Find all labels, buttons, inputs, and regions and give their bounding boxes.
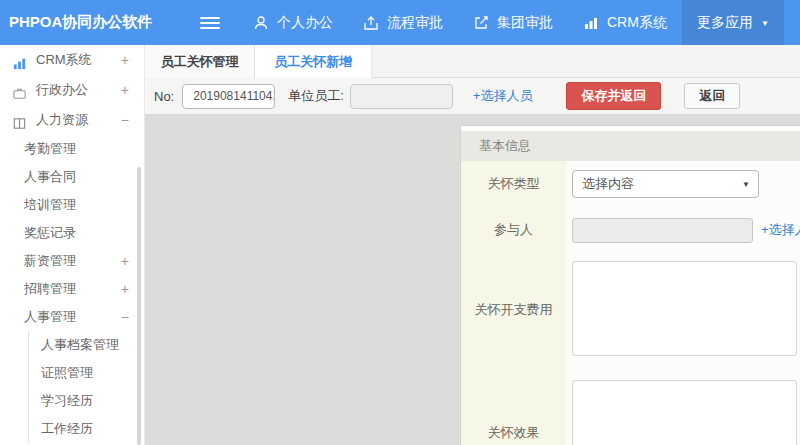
employee-label: 单位员工: bbox=[288, 87, 344, 105]
sidebar-item-crm[interactable]: CRM系统 + bbox=[0, 45, 144, 75]
select-person-link[interactable]: +选择人员 bbox=[473, 87, 533, 105]
participants-label: 参与人 bbox=[461, 207, 566, 253]
sidebar-item-salary[interactable]: 薪资管理 + bbox=[0, 247, 144, 275]
top-nav: 个人办公 流程审批 集团审批 CRM系统 更多应用 ▼ bbox=[238, 0, 784, 45]
care-type-select[interactable]: 选择内容 ▼ bbox=[572, 170, 759, 198]
nav-label: 更多应用 bbox=[697, 14, 753, 32]
nav-item-group-approval[interactable]: 集团审批 bbox=[458, 0, 568, 45]
no-label: No: bbox=[154, 89, 174, 104]
tab-employee-care-new[interactable]: 员工关怀新增 bbox=[255, 45, 372, 79]
nav-item-more-apps[interactable]: 更多应用 ▼ bbox=[682, 0, 784, 45]
expand-icon[interactable]: + bbox=[121, 75, 129, 105]
nav-label: 流程审批 bbox=[387, 14, 443, 32]
nav-label: 集团审批 bbox=[497, 14, 553, 32]
form-row-participants: 参与人 +选择人员 bbox=[461, 207, 800, 253]
user-icon bbox=[253, 15, 269, 31]
nav-label: CRM系统 bbox=[607, 14, 667, 32]
sidebar-item-admin-office[interactable]: 行政办公 + bbox=[0, 75, 144, 105]
care-expense-label: 关怀开支费用 bbox=[461, 253, 566, 368]
sidebar-item-rewards[interactable]: 奖惩记录 bbox=[0, 219, 144, 247]
sidebar-item-study-history[interactable]: 学习经历 bbox=[28, 387, 144, 415]
sidebar-item-certificates[interactable]: 证照管理 bbox=[28, 359, 144, 387]
sidebar-item-personnel[interactable]: 人事管理 − bbox=[0, 303, 144, 331]
tab-bar: 员工关怀管理 员工关怀新增 bbox=[145, 45, 800, 78]
caret-down-icon: ▼ bbox=[742, 171, 750, 199]
care-expense-textarea[interactable] bbox=[572, 261, 797, 356]
tab-employee-care-manage[interactable]: 员工关怀管理 bbox=[145, 45, 255, 78]
sidebar-item-work-history[interactable]: 工作经历 bbox=[28, 415, 144, 443]
nav-item-crm[interactable]: CRM系统 bbox=[568, 0, 682, 45]
return-button[interactable]: 返回 bbox=[684, 83, 740, 109]
select-value: 选择内容 bbox=[582, 176, 634, 191]
form-panel: 基本信息 关怀类型 选择内容 ▼ 参与人 +选 bbox=[460, 125, 800, 445]
expand-icon[interactable]: + bbox=[121, 275, 129, 303]
sidebar-item-attendance[interactable]: 考勤管理 bbox=[0, 135, 144, 163]
employee-input[interactable] bbox=[350, 84, 453, 109]
hamburger-menu-icon[interactable] bbox=[200, 14, 220, 32]
collapse-icon[interactable]: − bbox=[121, 105, 129, 135]
sidebar-scrollbar[interactable] bbox=[137, 167, 141, 445]
form-row-care-type: 关怀类型 选择内容 ▼ bbox=[461, 161, 800, 207]
nav-item-personal-office[interactable]: 个人办公 bbox=[238, 0, 348, 45]
sidebar-item-recruitment[interactable]: 招聘管理 + bbox=[0, 275, 144, 303]
edit-approve-icon bbox=[473, 15, 489, 31]
nav-item-flow-approval[interactable]: 流程审批 bbox=[348, 0, 458, 45]
content-area: 基本信息 关怀类型 选择内容 ▼ 参与人 +选 bbox=[145, 115, 800, 445]
nav-label: 个人办公 bbox=[277, 14, 333, 32]
care-effect-textarea[interactable] bbox=[572, 380, 797, 445]
participants-input[interactable] bbox=[572, 218, 753, 243]
main-area: 员工关怀管理 员工关怀新增 No: 单位员工: +选择人员 保存并返回 返回 基… bbox=[145, 45, 800, 445]
top-header: PHPOA协同办公软件 个人办公 流程审批 集团审批 CRM系统 更多应用 ▼ bbox=[0, 0, 800, 45]
sidebar-item-personnel-files[interactable]: 人事档案管理 bbox=[28, 331, 144, 359]
select-participants-link[interactable]: +选择人员 bbox=[761, 221, 800, 239]
app-window: { "header": { "logo": "PHPOA协同办公软件", "na… bbox=[0, 0, 800, 445]
bar-chart-icon bbox=[583, 15, 599, 31]
sidebar-menu: CRM系统 + 行政办公 + 人力资源 − 考勤管理 人事合同 培训管理 奖惩记… bbox=[0, 45, 145, 445]
no-input[interactable] bbox=[182, 84, 275, 109]
sidebar-item-hr-contract[interactable]: 人事合同 bbox=[0, 163, 144, 191]
caret-down-icon: ▼ bbox=[761, 20, 769, 28]
form-toolbar: No: 单位员工: +选择人员 保存并返回 返回 bbox=[145, 78, 800, 115]
flow-approve-icon bbox=[363, 15, 379, 31]
form-body: 关怀类型 选择内容 ▼ 参与人 +选择人员 bbox=[461, 161, 800, 445]
section-title: 基本信息 bbox=[461, 131, 800, 161]
save-and-return-button[interactable]: 保存并返回 bbox=[566, 82, 661, 110]
form-row-care-effect: 关怀效果 bbox=[461, 368, 800, 445]
sidebar-item-hr[interactable]: 人力资源 − bbox=[0, 105, 144, 135]
care-type-label: 关怀类型 bbox=[461, 161, 566, 207]
collapse-icon[interactable]: − bbox=[121, 303, 129, 331]
sidebar-item-training[interactable]: 培训管理 bbox=[0, 191, 144, 219]
expand-icon[interactable]: + bbox=[121, 45, 129, 75]
expand-icon[interactable]: + bbox=[121, 247, 129, 275]
care-effect-label: 关怀效果 bbox=[461, 368, 566, 445]
form-row-care-expense: 关怀开支费用 bbox=[461, 253, 800, 368]
app-logo: PHPOA协同办公软件 bbox=[0, 13, 145, 32]
